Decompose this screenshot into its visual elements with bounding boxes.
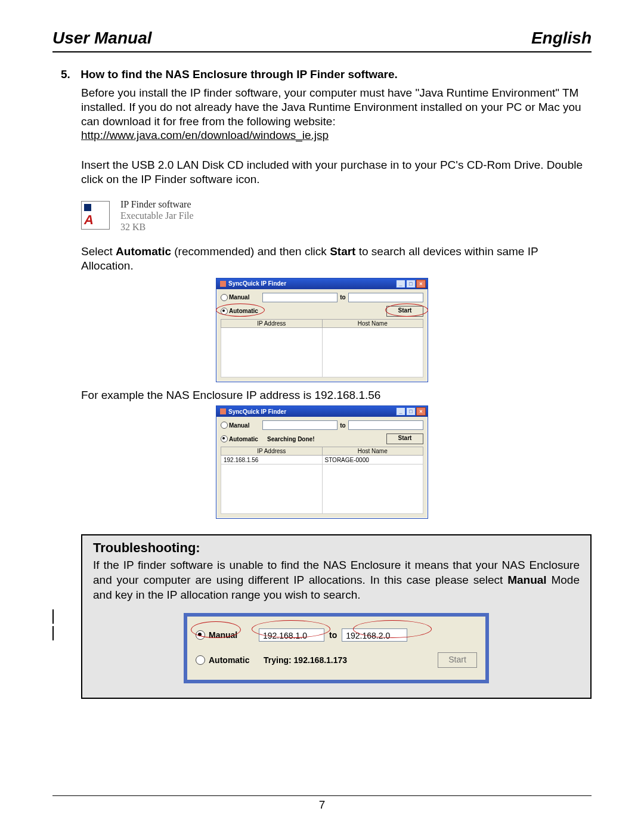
java-download-link[interactable]: http://www.java.com/en/download/windows_… bbox=[81, 129, 329, 141]
dialog-titlebar: SyncQuick IP Finder _ □ × bbox=[216, 278, 428, 289]
col-ip-header: IP Address bbox=[221, 319, 323, 327]
col-host-header: Host Name bbox=[322, 447, 423, 456]
page-header: User Manual English bbox=[52, 29, 592, 52]
table-row[interactable]: 192.168.1.56 STORAGE-0000 bbox=[221, 456, 423, 465]
maximize-button[interactable]: □ bbox=[406, 280, 416, 288]
dialog-titlebar: SyncQuick IP Finder _ □ × bbox=[216, 406, 428, 417]
radio-manual-label: Manual bbox=[229, 294, 262, 301]
select-bold-start: Start bbox=[330, 245, 355, 258]
java-icon bbox=[220, 281, 226, 287]
dialog-title: SyncQuick IP Finder bbox=[228, 408, 286, 415]
revision-bar bbox=[52, 626, 54, 640]
manual-ip-to-field[interactable] bbox=[348, 420, 423, 430]
select-text-1: Select bbox=[81, 245, 116, 258]
header-left-title: User Manual bbox=[52, 29, 152, 48]
header-right-language: English bbox=[531, 29, 592, 48]
troubleshooting-body: If the IP finder software is unable to f… bbox=[93, 558, 580, 602]
radio-manual-label: Manual bbox=[229, 422, 262, 429]
start-button[interactable]: Start bbox=[386, 433, 423, 444]
manual-ip-from-field[interactable]: 192.168.1.0 bbox=[259, 628, 324, 642]
radio-automatic-label: Automatic bbox=[229, 436, 267, 442]
maximize-button[interactable]: □ bbox=[406, 407, 416, 416]
ip-finder-dialog-initial: SyncQuick IP Finder _ □ × Manual to Auto… bbox=[216, 278, 428, 382]
radio-automatic[interactable] bbox=[221, 435, 228, 442]
file-size: 32 KB bbox=[120, 221, 194, 233]
results-table: IP Address Host Name bbox=[221, 319, 423, 377]
col-host-header: Host Name bbox=[322, 319, 423, 327]
page-footer: 7 bbox=[52, 795, 592, 812]
revision-bar bbox=[52, 609, 54, 624]
troubleshoot-bold-manual: Manual bbox=[507, 574, 546, 586]
svg-rect-1 bbox=[220, 408, 226, 414]
example-ip-line: For example the NAS Enclosure IP address… bbox=[81, 388, 592, 402]
cell-host: STORAGE-0000 bbox=[322, 456, 423, 465]
file-name: IP Finder software bbox=[120, 199, 194, 210]
ip-finder-dialog-result: SyncQuick IP Finder _ □ × Manual to Auto… bbox=[216, 405, 428, 519]
section-number: 5. bbox=[61, 68, 70, 80]
troubleshoot-text-pre: If the IP finder software is unable to f… bbox=[93, 559, 580, 586]
manual-ip-to-field[interactable]: 192.168.2.0 bbox=[342, 628, 407, 642]
radio-automatic-label: Automatic bbox=[229, 308, 258, 314]
minimize-button[interactable]: _ bbox=[396, 280, 405, 288]
results-table: IP Address Host Name 192.168.1.56 STORAG… bbox=[221, 447, 423, 514]
select-bold-automatic: Automatic bbox=[116, 245, 171, 258]
radio-automatic[interactable] bbox=[221, 308, 228, 315]
radio-automatic-label: Automatic bbox=[209, 655, 255, 665]
manual-ip-from-field[interactable] bbox=[262, 420, 338, 430]
to-label: to bbox=[329, 630, 337, 640]
minimize-button[interactable]: _ bbox=[396, 407, 405, 416]
manual-ip-to-field[interactable] bbox=[348, 293, 423, 302]
page-number: 7 bbox=[319, 798, 326, 811]
svg-rect-0 bbox=[220, 281, 226, 287]
status-trying-label: Trying: 192.168.1.173 bbox=[264, 655, 423, 665]
file-type: Executable Jar File bbox=[120, 210, 194, 221]
troubleshooting-box: Troubleshooting: If the IP finder softwa… bbox=[81, 534, 592, 699]
col-ip-header: IP Address bbox=[221, 447, 323, 456]
manual-ip-from-field[interactable] bbox=[262, 293, 338, 302]
close-button[interactable]: × bbox=[416, 407, 426, 416]
status-label: Searching Done! bbox=[267, 436, 314, 442]
intro-text: Before you install the IP finder softwar… bbox=[81, 86, 581, 128]
radio-manual[interactable] bbox=[221, 294, 228, 301]
ip-finder-dialog-manual: Manual 192.168.1.0 to 192.168.2.0 Automa… bbox=[184, 613, 489, 683]
file-icon-label: IP Finder software Executable Jar File 3… bbox=[120, 199, 194, 233]
file-icon-block: IP Finder software Executable Jar File 3… bbox=[81, 199, 592, 233]
start-button[interactable]: Start bbox=[386, 306, 423, 317]
jar-file-icon bbox=[81, 201, 110, 230]
insert-cd-paragraph: Insert the USB 2.0 LAN Disk CD included … bbox=[81, 158, 592, 187]
radio-manual-label: Manual bbox=[209, 630, 250, 640]
close-button[interactable]: × bbox=[416, 280, 426, 288]
to-label: to bbox=[340, 294, 345, 301]
section-heading: 5. How to find the NAS Enclosure through… bbox=[61, 68, 592, 81]
select-text-2: (recommended) and then click bbox=[171, 245, 330, 258]
troubleshooting-heading: Troubleshooting: bbox=[93, 540, 580, 556]
radio-manual[interactable] bbox=[221, 422, 228, 429]
radio-automatic[interactable] bbox=[196, 655, 205, 665]
select-automatic-paragraph: Select Automatic (recommended) and then … bbox=[81, 244, 592, 273]
intro-paragraph: Before you install the IP finder softwar… bbox=[81, 86, 592, 143]
radio-manual[interactable] bbox=[196, 630, 205, 640]
java-icon bbox=[220, 408, 226, 414]
section-title: How to find the NAS Enclosure through IP… bbox=[80, 68, 398, 80]
cell-ip: 192.168.1.56 bbox=[221, 456, 323, 465]
dialog-title: SyncQuick IP Finder bbox=[228, 280, 286, 287]
start-button[interactable]: Start bbox=[438, 652, 477, 668]
to-label: to bbox=[340, 422, 345, 429]
